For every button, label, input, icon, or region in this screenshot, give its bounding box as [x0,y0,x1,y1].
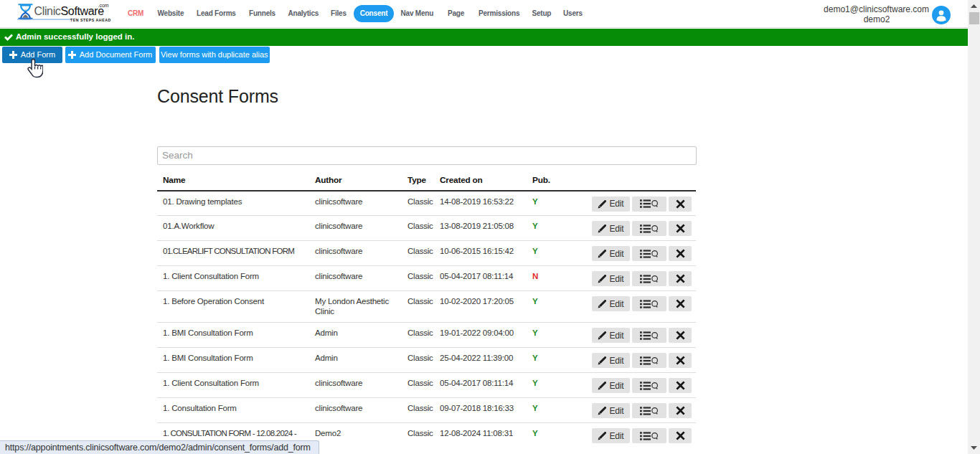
svg-text:ClinicSoftware: ClinicSoftware [34,5,105,17]
svg-text:TEN STEPS AHEAD: TEN STEPS AHEAD [70,18,111,22]
svg-text:.com: .com [98,3,109,8]
